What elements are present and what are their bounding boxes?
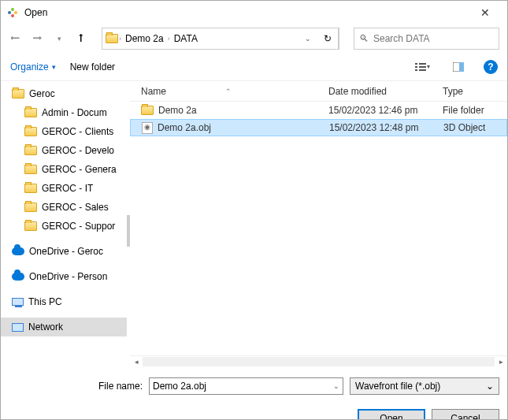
search-icon: 🔍︎	[359, 33, 369, 44]
search-input[interactable]: 🔍︎	[354, 28, 499, 50]
folder-icon	[12, 89, 24, 98]
tree-folder-item[interactable]: GEROC - Clients	[1, 122, 127, 141]
filename-input[interactable]: ⌄	[149, 377, 343, 395]
close-button[interactable]: ✕	[469, 6, 501, 19]
new-folder-button[interactable]: New folder	[70, 61, 115, 72]
cloud-icon	[12, 247, 24, 255]
tree-folder-item[interactable]: GEROC - Genera	[1, 160, 127, 179]
refresh-button[interactable]: ↻	[317, 28, 339, 50]
svg-point-0	[8, 11, 11, 14]
breadcrumb-item[interactable]: Demo 2a	[122, 32, 167, 46]
breadcrumb-item[interactable]: DATA	[171, 32, 201, 46]
history-dropdown[interactable]: ▾	[50, 29, 69, 48]
up-button[interactable]: 🠕	[72, 29, 91, 48]
file-type: 3D Object	[443, 122, 506, 133]
cancel-button[interactable]: Cancel	[432, 409, 499, 420]
chevron-right-icon[interactable]: ›	[168, 35, 170, 43]
folder-icon	[24, 165, 37, 174]
file-type-filter[interactable]: Wavefront file (*.obj)⌄	[350, 377, 499, 395]
address-bar[interactable]: › Demo 2a › DATA	[102, 28, 299, 49]
organize-menu[interactable]: Organize ▾	[10, 61, 56, 72]
tree-network[interactable]: Network	[1, 318, 127, 336]
chevron-right-icon[interactable]: ›	[119, 35, 121, 43]
pc-icon	[12, 298, 24, 306]
svg-rect-6	[415, 66, 417, 68]
file-icon	[142, 122, 153, 134]
tree-folder-item[interactable]: GEROC - Develo	[1, 141, 127, 160]
svg-rect-7	[419, 66, 426, 68]
folder-icon	[24, 127, 37, 136]
folder-icon	[141, 106, 154, 115]
tree-onedrive[interactable]: OneDrive - Person	[1, 267, 127, 286]
tree-folder-item[interactable]: GEROC - IT	[1, 179, 127, 198]
tree-folder-item[interactable]: GEROC - Suppor	[1, 217, 127, 236]
file-name: Demo 2a.obj	[158, 122, 211, 133]
tree-folder-item[interactable]: Admin - Docum	[1, 103, 127, 122]
svg-rect-9	[419, 69, 426, 71]
svg-rect-4	[415, 63, 417, 65]
column-header-type[interactable]: Type	[443, 86, 507, 97]
column-header-date[interactable]: Date modified	[328, 86, 443, 97]
file-name: Demo 2a	[158, 105, 197, 116]
network-icon	[12, 323, 24, 332]
file-date: 15/02/2023 12:48 pm	[329, 122, 443, 133]
file-date: 15/02/2023 12:46 pm	[328, 105, 443, 116]
tree-this-pc[interactable]: This PC	[1, 292, 127, 311]
svg-point-3	[11, 14, 14, 17]
chevron-down-icon[interactable]: ⌄	[333, 382, 339, 390]
tree-root[interactable]: Geroc	[1, 84, 127, 103]
svg-rect-11	[459, 62, 464, 72]
folder-icon	[24, 146, 37, 155]
file-type: File folder	[443, 105, 507, 116]
sort-asc-icon: ⌃	[135, 87, 322, 95]
folder-icon	[106, 34, 118, 43]
folder-tree[interactable]: Geroc Admin - DocumGEROC - ClientsGEROC …	[1, 81, 127, 366]
svg-rect-8	[415, 69, 417, 71]
cloud-icon	[12, 273, 24, 281]
tree-onedrive[interactable]: OneDrive - Geroc	[1, 242, 127, 261]
file-row[interactable]: Demo 2a15/02/2023 12:46 pmFile folder	[130, 102, 507, 119]
svg-point-2	[14, 11, 17, 14]
column-header-name[interactable]: Name⌃	[130, 86, 328, 97]
back-button[interactable]: 🠔	[6, 29, 24, 48]
svg-rect-5	[419, 63, 426, 65]
help-button[interactable]: ?	[484, 60, 498, 74]
tree-folder-item[interactable]: GEROC - Sales	[1, 198, 127, 217]
window-title: Open	[24, 7, 469, 18]
scroll-left-button[interactable]: ◂	[130, 358, 143, 366]
view-options-button[interactable]: ▾	[411, 59, 433, 75]
file-row[interactable]: Demo 2a.obj15/02/2023 12:48 pm3D Object	[130, 119, 507, 136]
filename-label: File name:	[9, 381, 143, 392]
folder-icon	[24, 184, 37, 193]
app-icon	[7, 7, 18, 18]
open-button[interactable]: Open	[358, 409, 425, 420]
svg-point-1	[11, 8, 14, 11]
forward-button: 🠖	[28, 29, 46, 48]
chevron-down-icon: ⌄	[486, 381, 494, 392]
folder-icon	[24, 203, 37, 212]
scroll-right-button[interactable]: ▸	[495, 358, 507, 366]
folder-icon	[24, 108, 37, 117]
scrollbar-horizontal[interactable]	[143, 357, 495, 366]
folder-icon	[24, 221, 37, 231]
address-dropdown[interactable]: ⌄	[299, 28, 317, 49]
preview-pane-button[interactable]	[447, 59, 469, 75]
